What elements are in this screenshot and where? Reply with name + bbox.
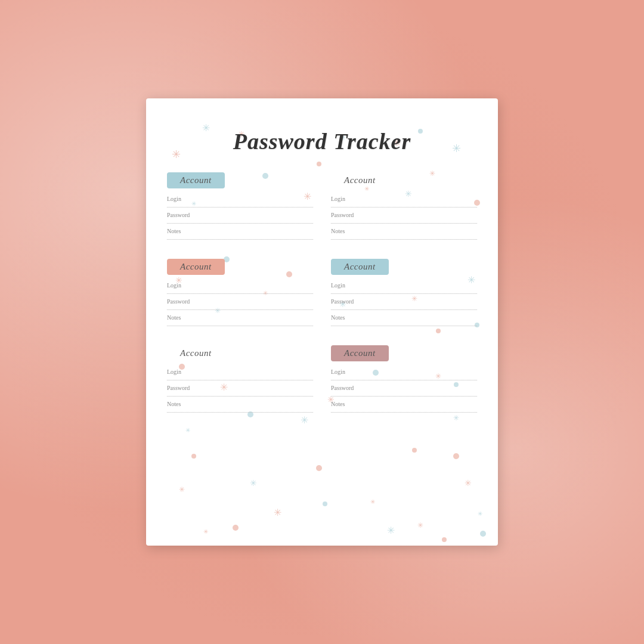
password-label-4: Password bbox=[331, 298, 477, 305]
login-field-2: Login bbox=[331, 196, 477, 208]
login-label-2: Login bbox=[331, 196, 477, 202]
svg-point-44 bbox=[233, 525, 239, 531]
account-label-2: Account bbox=[331, 172, 389, 188]
login-label-3: Login bbox=[167, 282, 313, 289]
notes-label-4: Notes bbox=[331, 314, 477, 321]
svg-text:✳: ✳ bbox=[185, 427, 190, 434]
password-label-1: Password bbox=[167, 212, 313, 218]
svg-point-43 bbox=[412, 448, 417, 453]
svg-text:✳: ✳ bbox=[203, 528, 208, 535]
notes-line-6 bbox=[331, 408, 477, 413]
login-line-5 bbox=[167, 376, 313, 380]
password-line-6 bbox=[331, 392, 477, 397]
svg-point-34 bbox=[317, 162, 321, 166]
notes-label-5: Notes bbox=[167, 401, 313, 407]
notes-field-6: Notes bbox=[331, 401, 477, 413]
login-line-3 bbox=[167, 289, 313, 294]
password-field-6: Password bbox=[331, 385, 477, 397]
notes-field-5: Notes bbox=[167, 401, 313, 413]
login-line-2 bbox=[331, 203, 477, 208]
notes-label-2: Notes bbox=[331, 228, 477, 234]
svg-text:✳: ✳ bbox=[478, 510, 482, 517]
login-line-6 bbox=[331, 376, 477, 380]
password-line-5 bbox=[167, 392, 313, 397]
login-label-1: Login bbox=[167, 196, 313, 202]
notes-label-1: Notes bbox=[167, 228, 313, 234]
svg-text:✳: ✳ bbox=[274, 507, 281, 518]
accounts-grid: Account Login Password Notes Account Log… bbox=[164, 172, 480, 417]
notes-line-3 bbox=[167, 321, 313, 326]
notes-label-6: Notes bbox=[331, 401, 477, 407]
account-block-2: Account Login Password Notes bbox=[331, 172, 477, 244]
password-line-4 bbox=[331, 305, 477, 310]
notes-line-5 bbox=[167, 408, 313, 413]
svg-text:✳: ✳ bbox=[465, 479, 472, 488]
account-label-3: Account bbox=[167, 259, 225, 275]
password-field-3: Password bbox=[167, 298, 313, 310]
password-line-1 bbox=[167, 219, 313, 224]
login-field-5: Login bbox=[167, 369, 313, 380]
notes-field-3: Notes bbox=[167, 314, 313, 326]
notes-label-3: Notes bbox=[167, 314, 313, 321]
svg-text:✳: ✳ bbox=[250, 479, 257, 488]
account-label-6: Account bbox=[331, 345, 389, 361]
svg-text:✳: ✳ bbox=[179, 485, 185, 494]
svg-text:✳: ✳ bbox=[387, 525, 395, 535]
svg-point-53 bbox=[323, 501, 327, 506]
notes-field-1: Notes bbox=[167, 228, 313, 240]
notes-line-1 bbox=[167, 235, 313, 240]
account-block-5: Account Login Password Notes bbox=[167, 345, 313, 417]
account-block-6: Account Login Password Notes bbox=[331, 345, 477, 417]
account-label-5: Account bbox=[167, 345, 225, 361]
password-field-5: Password bbox=[167, 385, 313, 397]
account-block-1: Account Login Password Notes bbox=[167, 172, 313, 244]
login-field-4: Login bbox=[331, 282, 477, 294]
svg-point-54 bbox=[480, 531, 486, 537]
login-label-5: Login bbox=[167, 369, 313, 375]
password-label-6: Password bbox=[331, 385, 477, 391]
svg-point-40 bbox=[453, 453, 459, 459]
svg-point-41 bbox=[191, 454, 196, 459]
login-line-1 bbox=[167, 203, 313, 208]
account-block-3: Account Login Password Notes bbox=[167, 259, 313, 330]
password-label-5: Password bbox=[167, 385, 313, 391]
password-line-2 bbox=[331, 219, 477, 224]
password-line-3 bbox=[167, 305, 313, 310]
svg-point-42 bbox=[316, 465, 322, 471]
password-tracker-page: ✳ ✳ ✳ ✳ ✳ ✳ ✳ ✳ ✳ ✳ ✳ ✳ ✳ ✳ ✳ ✳ ✳ ✳ ✳ ✳ … bbox=[146, 98, 498, 546]
login-line-4 bbox=[331, 289, 477, 294]
notes-field-2: Notes bbox=[331, 228, 477, 240]
notes-line-2 bbox=[331, 235, 477, 240]
account-label-4: Account bbox=[331, 259, 389, 275]
account-label-1: Account bbox=[167, 172, 225, 188]
login-label-4: Login bbox=[331, 282, 477, 289]
notes-line-4 bbox=[331, 321, 477, 326]
password-label-3: Password bbox=[167, 298, 313, 305]
login-label-6: Login bbox=[331, 369, 477, 375]
login-field-3: Login bbox=[167, 282, 313, 294]
svg-text:✳: ✳ bbox=[417, 521, 423, 530]
password-field-4: Password bbox=[331, 298, 477, 310]
notes-field-4: Notes bbox=[331, 314, 477, 326]
password-field-1: Password bbox=[167, 212, 313, 224]
password-field-2: Password bbox=[331, 212, 477, 224]
page-title: Password Tracker bbox=[164, 128, 480, 154]
login-field-1: Login bbox=[167, 196, 313, 208]
svg-point-45 bbox=[442, 537, 447, 542]
account-block-4: Account Login Password Notes bbox=[331, 259, 477, 330]
password-label-2: Password bbox=[331, 212, 477, 218]
svg-text:✳: ✳ bbox=[370, 499, 375, 505]
login-field-6: Login bbox=[331, 369, 477, 380]
